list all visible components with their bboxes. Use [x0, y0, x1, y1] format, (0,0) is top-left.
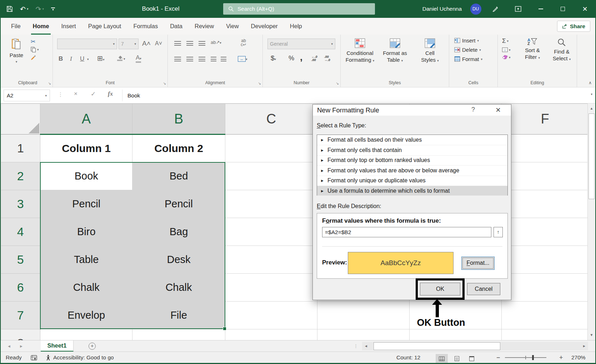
user-name[interactable]: Daniel Uchenna: [417, 0, 467, 18]
cell-F3[interactable]: [502, 190, 588, 218]
ok-button[interactable]: OK: [420, 283, 460, 295]
format-button[interactable]: Format...: [461, 257, 495, 270]
align-left-icon[interactable]: [174, 57, 181, 61]
percent-style-button[interactable]: %: [289, 55, 294, 62]
fill-button[interactable]: ↓▾: [502, 47, 511, 52]
dialog-title-bar[interactable]: New Formatting Rule ? ×: [313, 105, 511, 116]
expand-formula-bar-icon[interactable]: ▾: [591, 92, 592, 96]
tab-insert[interactable]: Insert: [55, 18, 82, 35]
cell-B4[interactable]: Bag: [132, 218, 225, 246]
conditional-formatting-button[interactable]: ConditionalFormatting ▾: [343, 35, 377, 64]
sort-filter-button[interactable]: AZ Sort &Filter ▾: [518, 35, 547, 61]
zoom-in-button[interactable]: +: [559, 352, 563, 363]
cut-button[interactable]: ✂: [31, 38, 39, 45]
decrease-decimal-button[interactable]: .00→.0: [324, 55, 330, 62]
minimize-button[interactable]: [530, 0, 552, 18]
horizontal-scroll-thumb[interactable]: [374, 342, 500, 350]
comma-style-button[interactable]: ,: [300, 52, 302, 63]
rule-type-option-5[interactable]: ►Format only unique or duplicate values: [317, 176, 507, 186]
cell-B5[interactable]: Desk: [132, 246, 225, 274]
tab-review[interactable]: Review: [189, 18, 220, 35]
horizontal-scrollbar[interactable]: ◄ ►: [362, 342, 588, 350]
font-name-select[interactable]: ▾: [57, 39, 117, 49]
delete-cells-button[interactable]: Delete▾: [454, 47, 482, 53]
row-header-5[interactable]: 5: [1, 246, 40, 274]
tab-developer[interactable]: Developer: [245, 18, 284, 35]
cell-C8[interactable]: [225, 329, 317, 340]
cell-F6[interactable]: [502, 274, 588, 302]
tab-view[interactable]: View: [220, 18, 245, 35]
font-dialog-launcher-icon[interactable]: ↘: [163, 81, 166, 85]
accounting-format-button[interactable]: $▾: [271, 54, 276, 62]
help-button[interactable]: ?: [471, 106, 475, 113]
tab-page-layout[interactable]: Page Layout: [82, 18, 127, 35]
font-size-select[interactable]: 7▾: [119, 39, 139, 49]
scroll-up-icon[interactable]: ▲: [588, 104, 595, 113]
format-as-table-button[interactable]: Format asTable ▾: [378, 35, 412, 64]
rule-type-option-4[interactable]: ►Format only values that are above or be…: [317, 165, 507, 175]
cell-A5[interactable]: Table: [40, 246, 132, 274]
maximize-button[interactable]: [552, 0, 574, 18]
bold-button[interactable]: B: [59, 55, 63, 62]
alignment-dialog-launcher-icon[interactable]: ↘: [258, 81, 261, 85]
search-input[interactable]: Search (Alt+Q): [223, 3, 375, 15]
cell-A2[interactable]: Book: [40, 162, 132, 190]
tab-data[interactable]: Data: [164, 18, 189, 35]
ink-pen-button[interactable]: [484, 0, 507, 18]
row-header-2[interactable]: 2: [1, 162, 40, 190]
insert-cells-button[interactable]: Insert▾: [454, 37, 482, 44]
align-right-icon[interactable]: [199, 57, 205, 61]
formula-input[interactable]: Book: [122, 90, 583, 101]
prev-sheet-icon[interactable]: ◄: [7, 340, 11, 352]
cell-A6[interactable]: Chalk: [40, 274, 132, 302]
vertical-scroll-thumb[interactable]: [589, 113, 595, 199]
font-color-button[interactable]: A▾: [136, 54, 141, 61]
name-box[interactable]: A2▾: [4, 90, 50, 101]
column-header-F[interactable]: F: [502, 104, 588, 135]
align-center-icon[interactable]: [186, 57, 193, 61]
cell-F4[interactable]: [502, 218, 588, 246]
cell-C4[interactable]: [225, 218, 317, 246]
scroll-left-icon[interactable]: ◄: [362, 342, 370, 350]
macro-record-button[interactable]: [31, 352, 37, 363]
column-header-B[interactable]: B: [132, 104, 225, 135]
drag-handle[interactable]: ⋮: [58, 91, 63, 98]
cell-B8[interactable]: [132, 329, 225, 340]
insert-function-button[interactable]: fx: [108, 90, 113, 97]
underline-button[interactable]: U: [80, 55, 84, 62]
customize-qat-button[interactable]: ▾: [51, 7, 55, 11]
fill-color-button[interactable]: ▾: [117, 55, 125, 61]
align-top-icon[interactable]: [174, 41, 181, 46]
align-bottom-icon[interactable]: [199, 41, 205, 46]
clear-button[interactable]: ▾: [502, 55, 511, 60]
tab-help[interactable]: Help: [284, 18, 308, 35]
column-header-A[interactable]: A: [40, 104, 132, 135]
page-layout-view-button[interactable]: [451, 354, 463, 363]
rule-type-option-2[interactable]: ►Format only cells that contain: [317, 145, 507, 155]
cancel-entry-button[interactable]: ×: [74, 90, 77, 97]
find-select-button[interactable]: Find &Select ▾: [548, 35, 576, 63]
ribbon-display-options-button[interactable]: [507, 0, 530, 18]
close-button[interactable]: ×: [574, 0, 596, 18]
column-header-C[interactable]: C: [225, 104, 317, 135]
cell-B6[interactable]: Chalk: [132, 274, 225, 302]
normal-view-button[interactable]: [436, 354, 448, 363]
row-header-8[interactable]: 8: [1, 329, 40, 340]
increase-font-size-button[interactable]: A˄: [142, 40, 151, 47]
cell-D8[interactable]: [317, 329, 410, 340]
row-header-1[interactable]: 1: [1, 135, 40, 162]
cell-F7[interactable]: [502, 302, 588, 329]
cell-styles-button[interactable]: CellStyles ▾: [413, 35, 447, 64]
paste-button[interactable]: Paste ▾: [7, 35, 26, 64]
tab-formulas[interactable]: Formulas: [127, 18, 164, 35]
collapse-ribbon-button[interactable]: ∧: [589, 80, 592, 85]
fill-handle[interactable]: [223, 327, 226, 330]
next-sheet-icon[interactable]: ►: [19, 340, 23, 352]
cell-F5[interactable]: [502, 246, 588, 274]
cell-D7[interactable]: [317, 302, 410, 329]
sheet-tab-sheet1[interactable]: Sheet1: [41, 340, 74, 352]
zoom-out-button[interactable]: −: [496, 352, 500, 363]
decrease-font-size-button[interactable]: A˅: [155, 40, 162, 47]
cell-A4[interactable]: Biro: [40, 218, 132, 246]
tab-home[interactable]: Home: [27, 18, 55, 35]
